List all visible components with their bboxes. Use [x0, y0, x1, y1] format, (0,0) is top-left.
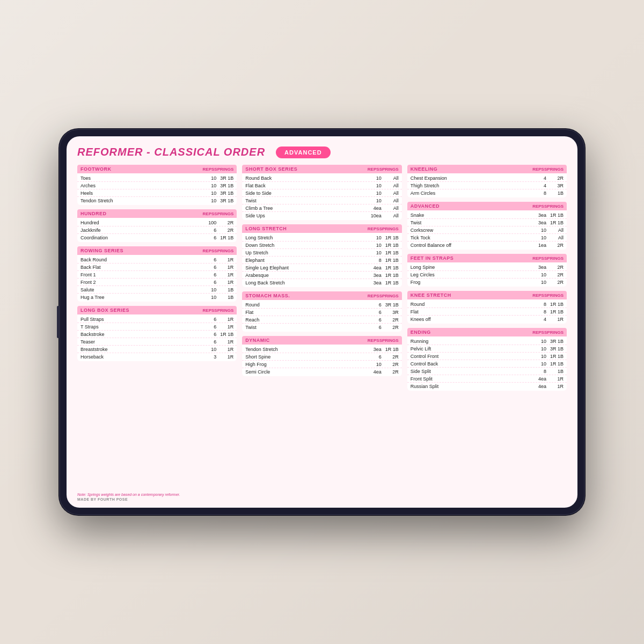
- tablet: REFORMER - CLASSICAL ORDER ADVANCED FOOT…: [59, 129, 585, 515]
- section-header: ROWING SERIESREPSSPRINGS: [77, 246, 237, 255]
- section-header: ADVANCEDREPSSPRINGS: [407, 202, 567, 210]
- exercise-springs: 1R: [216, 317, 233, 322]
- reps-header: REPS: [527, 167, 544, 172]
- exercise-springs: All: [382, 175, 399, 181]
- exercise-reps: 6: [364, 310, 382, 315]
- exercise-reps: 6: [199, 324, 216, 330]
- section-body: Long Spine3ea2RLeg Circles102RFrog102R: [407, 262, 567, 287]
- table-row: Side Split81B: [407, 368, 567, 375]
- table-row: Long Spine3ea2R: [407, 264, 567, 271]
- exercise-springs: 2R: [216, 228, 233, 233]
- exercise-reps: 10: [364, 235, 382, 240]
- made-by: MADE BY FOURTH POSE: [77, 497, 567, 501]
- exercise-springs: 1R 1B: [382, 258, 399, 263]
- exercise-name: Horseback: [80, 354, 199, 360]
- column-3: KNEELINGREPSSPRINGSChest Expansion42RThi…: [407, 165, 567, 491]
- exercise-reps: 3ea: [529, 213, 546, 218]
- reps-header: REPS: [197, 248, 214, 253]
- exercise-reps: 10: [199, 295, 216, 300]
- section-header: STOMACH MASS.REPSSPRINGS: [242, 291, 401, 300]
- exercise-reps: 10: [529, 235, 546, 240]
- exercise-name: Snake: [411, 213, 529, 218]
- exercise-springs: All: [546, 235, 564, 240]
- exercise-springs: All: [382, 213, 399, 218]
- exercise-springs: 3R 1B: [216, 198, 233, 203]
- exercise-reps: 10: [529, 346, 546, 352]
- table-row: Semi Circle4ea2R: [242, 368, 401, 375]
- section-body: Running103R 1BPelvic Lift103R 1BControl …: [407, 336, 567, 391]
- table-row: High Frog102R: [242, 361, 401, 368]
- section-title: LONG BOX SERIES: [80, 308, 197, 313]
- exercise-reps: 10: [364, 191, 382, 196]
- exercise-name: Pelvic Lift: [411, 346, 529, 352]
- exercise-reps: 6: [364, 354, 382, 360]
- table-row: Frog102R: [407, 279, 567, 286]
- exercise-springs: All: [382, 183, 399, 188]
- springs-header: SPRINGS: [379, 338, 399, 343]
- table-row: Long Stretch101R 1B: [242, 234, 401, 241]
- exercise-springs: 1R 1B: [382, 235, 399, 240]
- table-row: Round63R 1B: [242, 301, 401, 309]
- exercise-reps: 10: [529, 361, 546, 367]
- table-row: Back Round61R: [77, 256, 237, 264]
- exercise-reps: 4ea: [529, 384, 546, 389]
- tablet-screen: REFORMER - CLASSICAL ORDER ADVANCED FOOT…: [67, 136, 577, 508]
- exercise-reps: 4: [529, 175, 546, 181]
- exercise-springs: 1R 1B: [382, 243, 399, 248]
- reps-header: REPS: [362, 226, 379, 231]
- section-header: DYNAMICREPSSPRINGS: [242, 336, 401, 345]
- exercise-name: Climb a Tree: [245, 206, 364, 211]
- exercise-reps: 8: [529, 191, 546, 196]
- exercise-name: Twist: [245, 198, 364, 203]
- exercise-reps: 8: [529, 369, 546, 374]
- exercise-springs: 3R 1B: [382, 302, 399, 308]
- table-row: Knees off41R: [407, 316, 567, 323]
- table-row: Control Back101R 1B: [407, 360, 567, 368]
- springs-header: SPRINGS: [544, 204, 564, 209]
- exercise-springs: 1R: [216, 339, 233, 345]
- exercise-reps: 10: [199, 347, 216, 352]
- exercise-springs: 3R 1B: [216, 183, 233, 188]
- exercise-springs: 1R: [216, 265, 233, 270]
- exercise-reps: 1ea: [529, 243, 546, 248]
- table-row: Snake3ea1R 1B: [407, 211, 567, 219]
- table-row: Tendon Stretch103R 1B: [77, 197, 237, 204]
- table-row: Arm Circles81B: [407, 189, 567, 196]
- exercise-name: Hug a Tree: [80, 295, 199, 300]
- reps-header: REPS: [362, 167, 379, 172]
- reps-header: REPS: [197, 167, 214, 172]
- section-title: LONG STRETCH: [245, 226, 362, 231]
- exercise-reps: 6: [199, 228, 216, 233]
- section-header: SHORT BOX SERIESREPSSPRINGS: [242, 165, 401, 173]
- exercise-name: Russian Split: [411, 384, 529, 389]
- table-row: Hundred1002R: [77, 219, 237, 226]
- section-header: HUNDREDREPSSPRINGS: [77, 209, 237, 218]
- exercise-name: Leg Circles: [411, 272, 529, 277]
- exercise-reps: 6: [199, 265, 216, 270]
- reps-header: REPS: [527, 256, 544, 261]
- exercise-reps: 4ea: [529, 376, 546, 382]
- column-2: SHORT BOX SERIESREPSSPRINGSRound Back10A…: [242, 165, 401, 491]
- springs-header: SPRINGS: [379, 294, 399, 298]
- exercise-springs: 1R: [216, 257, 233, 262]
- exercise-name: High Frog: [245, 362, 364, 367]
- exercise-springs: 1R: [216, 347, 233, 352]
- exercise-name: Up Stretch: [245, 250, 364, 255]
- section-header: ENDINGREPSSPRINGS: [407, 328, 567, 336]
- springs-header: SPRINGS: [544, 167, 564, 172]
- table-row: Running103R 1B: [407, 338, 567, 345]
- table-row: Teaser61R: [77, 338, 237, 346]
- exercise-reps: 4: [529, 183, 546, 188]
- exercise-reps: 10: [199, 198, 216, 203]
- reps-header: REPS: [197, 211, 214, 216]
- exercise-name: Control Back: [411, 361, 529, 367]
- table-row: Tendon Stretch3ea1R 1B: [242, 346, 401, 353]
- exercise-name: Single Leg Elephant: [245, 265, 364, 270]
- exercise-name: Tendon Stretch: [80, 198, 199, 203]
- advanced-badge: ADVANCED: [276, 147, 331, 158]
- table-row: Front Split4ea1R: [407, 375, 567, 383]
- exercise-name: Down Stretch: [245, 243, 364, 248]
- table-row: Flat Back10All: [242, 182, 401, 189]
- table-row: Side Ups10eaAll: [242, 212, 401, 219]
- exercise-name: Long Back Stretch: [245, 280, 364, 286]
